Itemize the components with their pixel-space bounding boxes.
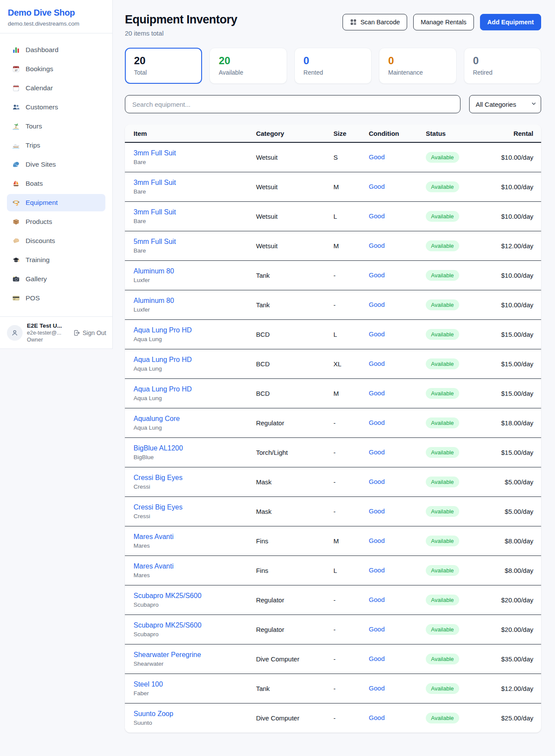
sign-out-button[interactable]: Sign Out — [73, 329, 106, 336]
category-cell: Regulator — [256, 585, 333, 615]
condition-link[interactable]: Good — [369, 714, 385, 721]
rental-cell: $35.00/day — [486, 644, 541, 674]
item-brand: Mares — [134, 542, 256, 549]
status-badge: Available — [426, 299, 459, 310]
item-name-link[interactable]: Mares Avanti — [134, 562, 256, 570]
stat-card-rented[interactable]: 0 Rented — [294, 48, 372, 84]
condition-link[interactable]: Good — [369, 566, 385, 574]
item-name-link[interactable]: Mares Avanti — [134, 533, 256, 541]
item-name-link[interactable]: Aluminum 80 — [134, 267, 256, 275]
status-cell: Available — [426, 231, 486, 260]
sidebar-item-tours[interactable]: Tours — [7, 118, 105, 135]
table-row: Aqua Lung Pro HD Aqua Lung BCD L Good Av… — [125, 319, 541, 349]
sign-out-label: Sign Out — [83, 329, 106, 336]
sidebar-item-equipment[interactable]: Equipment — [7, 194, 105, 211]
category-cell: Fins — [256, 526, 333, 555]
item-name-link[interactable]: Cressi Big Eyes — [134, 503, 256, 511]
scan-barcode-button[interactable]: Scan Barcode — [343, 14, 407, 30]
item-name-link[interactable]: BigBlue AL1200 — [134, 444, 256, 452]
item-name-link[interactable]: 3mm Full Suit — [134, 208, 256, 216]
condition-link[interactable]: Good — [369, 655, 385, 662]
size-cell: - — [333, 644, 369, 674]
item-brand: Aqua Lung — [134, 365, 256, 372]
sidebar-item-boats[interactable]: Boats — [7, 175, 105, 192]
sidebar-item-label: Gallery — [26, 275, 47, 283]
stat-card-maintenance[interactable]: 0 Maintenance — [379, 48, 456, 84]
condition-link[interactable]: Good — [369, 360, 385, 367]
column-header-item: Item — [125, 125, 256, 142]
condition-link[interactable]: Good — [369, 507, 385, 515]
add-equipment-button[interactable]: Add Equipment — [480, 14, 541, 30]
condition-link[interactable]: Good — [369, 153, 385, 161]
category-select-wrap: All Categories — [469, 95, 541, 113]
brand-title[interactable]: Demo Dive Shop — [8, 8, 104, 18]
item-name-link[interactable]: Shearwater Peregrine — [134, 651, 256, 659]
sidebar-item-training[interactable]: Training — [7, 251, 105, 269]
sidebar-item-label: Customers — [26, 103, 58, 111]
item-brand: Bare — [134, 188, 256, 195]
stat-cards: 20 Total 20 Available 0 Rented 0 Mainten… — [125, 48, 541, 84]
condition-link[interactable]: Good — [369, 419, 385, 426]
item-name-link[interactable]: Scubapro MK25/S600 — [134, 592, 256, 600]
condition-link[interactable]: Good — [369, 212, 385, 220]
item-name-link[interactable]: Aluminum 80 — [134, 297, 256, 305]
condition-cell: Good — [369, 644, 426, 674]
condition-link[interactable]: Good — [369, 183, 385, 190]
item-name-link[interactable]: Scubapro MK25/S600 — [134, 621, 256, 629]
status-badge: Available — [426, 152, 459, 163]
stat-card-total[interactable]: 20 Total — [125, 48, 202, 84]
sidebar-item-trips[interactable]: Trips — [7, 137, 105, 154]
condition-link[interactable]: Good — [369, 537, 385, 544]
item-name-link[interactable]: 3mm Full Suit — [134, 149, 256, 157]
condition-link[interactable]: Good — [369, 271, 385, 279]
condition-link[interactable]: Good — [369, 330, 385, 338]
item-name-link[interactable]: Aqualung Core — [134, 415, 256, 423]
sidebar-item-dive-sites[interactable]: Dive Sites — [7, 156, 105, 173]
condition-cell: Good — [369, 526, 426, 555]
category-cell: Mask — [256, 467, 333, 496]
item-name-link[interactable]: Cressi Big Eyes — [134, 474, 256, 482]
category-cell: Tank — [256, 674, 333, 703]
stat-card-available[interactable]: 20 Available — [209, 48, 287, 84]
item-name-link[interactable]: Aqua Lung Pro HD — [134, 326, 256, 334]
item-name-link[interactable]: Steel 100 — [134, 680, 256, 688]
condition-cell: Good — [369, 555, 426, 585]
item-brand: Mares — [134, 572, 256, 579]
status-badge: Available — [426, 624, 459, 635]
condition-link[interactable]: Good — [369, 625, 385, 633]
status-badge: Available — [426, 181, 459, 192]
status-badge: Available — [426, 358, 459, 369]
sidebar-item-products[interactable]: Products — [7, 213, 105, 230]
sidebar-item-pos[interactable]: POS — [7, 289, 105, 307]
item-name-link[interactable]: Suunto Zoop — [134, 710, 256, 718]
manage-rentals-button[interactable]: Manage Rentals — [413, 14, 474, 30]
sidebar-item-bookings[interactable]: 17 Bookings — [7, 60, 105, 78]
condition-cell: Good — [369, 231, 426, 260]
item-name-link[interactable]: Aqua Lung Pro HD — [134, 385, 256, 393]
item-name-link[interactable]: 5mm Full Suit — [134, 238, 256, 246]
condition-link[interactable]: Good — [369, 242, 385, 249]
item-cell: Aqualung Core Aqua Lung — [125, 408, 256, 437]
stat-card-retired[interactable]: 0 Retired — [464, 48, 541, 84]
item-name-link[interactable]: 3mm Full Suit — [134, 179, 256, 187]
condition-link[interactable]: Good — [369, 301, 385, 308]
condition-link[interactable]: Good — [369, 448, 385, 456]
graduation-cap-icon — [12, 256, 20, 264]
condition-link[interactable]: Good — [369, 478, 385, 485]
sidebar-item-gallery[interactable]: Gallery — [7, 270, 105, 288]
search-input[interactable] — [125, 95, 460, 113]
condition-link[interactable]: Good — [369, 596, 385, 603]
stat-value: 20 — [219, 55, 278, 67]
condition-link[interactable]: Good — [369, 684, 385, 692]
item-name-link[interactable]: Aqua Lung Pro HD — [134, 356, 256, 364]
condition-link[interactable]: Good — [369, 389, 385, 397]
sidebar-item-dashboard[interactable]: Dashboard — [7, 41, 105, 59]
status-cell: Available — [426, 526, 486, 555]
sidebar-item-calendar[interactable]: Calendar — [7, 79, 105, 97]
size-cell: - — [333, 467, 369, 496]
category-cell: Tank — [256, 290, 333, 319]
sidebar-item-discounts[interactable]: Discounts — [7, 232, 105, 250]
category-select[interactable]: All Categories — [469, 95, 541, 113]
sidebar-item-customers[interactable]: Customers — [7, 99, 105, 116]
rental-cell: $10.00/day — [486, 201, 541, 231]
